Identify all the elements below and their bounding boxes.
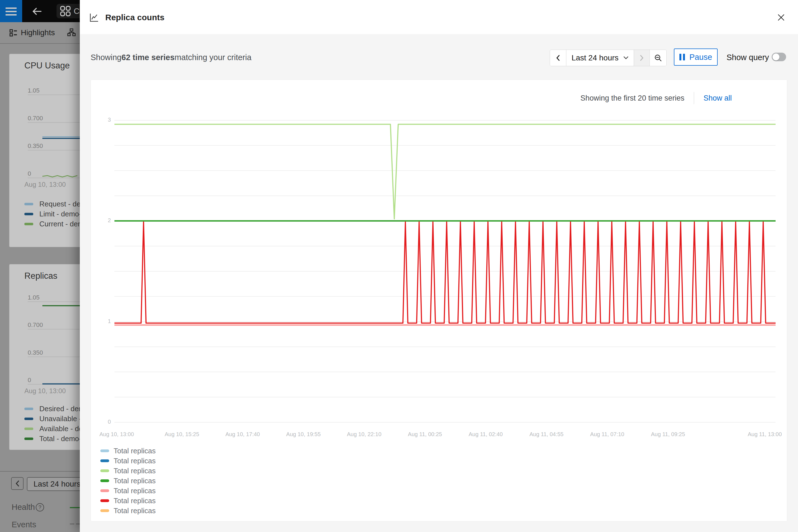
sidebar-tabs: Highlights [0, 22, 80, 43]
legend-swatch [100, 469, 109, 472]
highlights-icon [9, 28, 17, 37]
masthead: C [0, 0, 80, 22]
legend-swatch [24, 418, 33, 420]
legend-item[interactable]: Current - demo- [24, 220, 80, 228]
legend-item[interactable]: Unavailable - de [24, 415, 80, 423]
x-tick-label: Aug 11, 00:25 [408, 431, 442, 437]
y-tick-label: 0 [28, 170, 31, 177]
legend-item[interactable]: Request - demo [24, 200, 80, 208]
replica-counts-chart: 3210Aug 10, 13:00Aug 10, 15:25Aug 10, 17… [91, 80, 787, 445]
y-tick-label: 0.350 [28, 349, 43, 356]
range-dropdown-label: Last 24 hours [34, 480, 80, 489]
legend-label: Available - demo [39, 424, 80, 433]
legend-label: Limit - demo-de [39, 210, 80, 218]
y-tick-label: 3 [108, 117, 111, 123]
prev-range-button[interactable] [11, 477, 23, 490]
x-tick-label: Aug 11, 09:25 [651, 431, 685, 437]
modal-title: Replica counts [105, 13, 164, 22]
chevron-left-icon [555, 55, 561, 61]
legend-item[interactable]: Total replicas [100, 476, 156, 486]
legend-label: Total replicas [114, 496, 156, 505]
legend-label: Total replicas [114, 457, 156, 465]
health-label: Health [12, 502, 35, 512]
legend-label: Request - demo [39, 200, 80, 208]
legend-item[interactable]: Limit - demo-de [24, 210, 80, 218]
legend-swatch [24, 223, 33, 225]
events-label: Events [12, 520, 36, 529]
legend-item[interactable]: Desired - demo- [24, 404, 80, 413]
chevron-left-icon [15, 480, 20, 487]
cpu-usage-card: CPU Usage 1.050.7000.3500Aug 10, 13:00Re… [9, 54, 80, 247]
legend-label: Current - demo- [39, 220, 80, 228]
y-tick-label: 0 [108, 419, 111, 425]
legend-swatch [24, 428, 33, 430]
x-tick-label: Aug 10, 15:25 [165, 431, 199, 437]
tab-topology[interactable] [67, 28, 76, 37]
y-tick-label: 0.700 [28, 115, 43, 122]
legend-label: Total replicas [114, 477, 156, 485]
pause-button-label: Pause [689, 53, 712, 62]
legend-label: Total replicas [114, 467, 156, 475]
legend-label: Total - demo-de [39, 435, 80, 443]
zoom-out-button[interactable] [649, 50, 666, 66]
menu-button[interactable] [0, 0, 22, 22]
legend-swatch [24, 213, 33, 215]
sidebar-panel: Highlights CPU Usage 1.050.7000.3500Aug … [0, 22, 80, 532]
legend-swatch [100, 509, 109, 512]
series-line [114, 222, 776, 323]
x-tick-label: Aug 10, 13:00 [99, 431, 134, 437]
show-query-toggle[interactable] [772, 53, 786, 61]
chevron-right-icon [639, 55, 645, 61]
close-button[interactable] [777, 13, 785, 22]
mini-series-line [42, 176, 77, 177]
y-tick-label: 0 [28, 377, 31, 384]
y-tick-label: 1 [108, 318, 111, 324]
x-tick-label: Aug 10, 19:55 [286, 431, 321, 437]
legend-item[interactable]: Total replicas [100, 466, 156, 476]
y-tick-label: 2 [108, 217, 111, 223]
legend-item[interactable]: Total - demo-de [24, 435, 80, 443]
app-tab-label: C [74, 7, 79, 16]
help-icon[interactable]: ? [36, 503, 44, 512]
tab-highlights-label: Highlights [21, 28, 55, 37]
legend-item[interactable]: Total replicas [100, 506, 156, 516]
topology-icon [67, 28, 76, 37]
x-tick-label: Aug 10, 17:40 [225, 431, 260, 437]
range-forward-button-disabled[interactable] [634, 50, 649, 66]
range-dropdown[interactable]: Last 24 hours [27, 477, 80, 491]
app-tab[interactable]: C [57, 4, 80, 18]
legend-item[interactable]: Total replicas [100, 446, 156, 456]
pause-button[interactable]: Pause [674, 49, 718, 66]
legend-item[interactable]: Total replicas [100, 456, 156, 466]
x-tick-label: Aug 10, 13:00 [24, 180, 66, 188]
legend-swatch [24, 203, 33, 205]
range-back-button[interactable] [550, 50, 566, 66]
x-tick-label: Aug 10, 13:00 [24, 387, 66, 395]
y-tick-label: 0.700 [28, 321, 43, 329]
events-dash [70, 524, 74, 525]
legend-item[interactable]: Total replicas [100, 486, 156, 496]
legend-item[interactable]: Available - demo [24, 424, 80, 433]
trend-chart-icon [89, 12, 99, 23]
close-icon [777, 14, 785, 21]
legend-swatch [100, 489, 109, 492]
y-tick-label: 1.05 [28, 87, 40, 94]
show-query-label: Show query [726, 49, 769, 65]
range-dropdown-label: Last 24 hours [572, 54, 619, 62]
legend-item[interactable]: Total replicas [100, 496, 156, 506]
legend-label: Unavailable - de [39, 415, 80, 423]
legend-swatch [100, 499, 109, 502]
legend-swatch [100, 479, 109, 482]
app-grid-icon [60, 5, 71, 17]
range-dropdown[interactable]: Last 24 hours [566, 50, 634, 66]
chart-legend: Total replicasTotal replicasTotal replic… [100, 446, 156, 516]
back-button[interactable] [31, 6, 43, 17]
x-tick-label: Aug 11, 07:10 [590, 431, 624, 437]
legend-label: Total replicas [114, 446, 156, 455]
legend-swatch [100, 459, 109, 462]
toggle-knob [773, 54, 779, 60]
tab-highlights[interactable]: Highlights [9, 28, 55, 37]
health-sparkline [70, 507, 80, 508]
legend-label: Total replicas [114, 507, 156, 515]
zoom-out-icon [654, 54, 662, 62]
